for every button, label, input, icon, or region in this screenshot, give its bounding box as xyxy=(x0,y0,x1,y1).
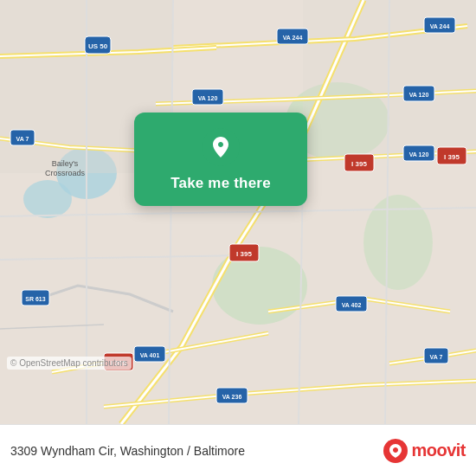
svg-text:VA 402: VA 402 xyxy=(342,302,362,308)
svg-text:VA 120: VA 120 xyxy=(409,151,429,158)
svg-text:VA 120: VA 120 xyxy=(409,92,429,98)
map-container: US 50 VA 7 VA 244 VA 244 VA 120 VA 120 V… xyxy=(0,0,476,424)
address-text: 3309 Wyndham Cir, Washington / Baltimore xyxy=(10,444,375,458)
location-card: Take me there xyxy=(134,113,307,206)
svg-text:VA 120: VA 120 xyxy=(198,95,218,101)
svg-text:VA 7: VA 7 xyxy=(430,354,443,360)
svg-text:VA 401: VA 401 xyxy=(140,352,160,358)
svg-point-44 xyxy=(383,439,408,463)
svg-text:SR 613: SR 613 xyxy=(25,296,45,302)
svg-text:VA 244: VA 244 xyxy=(283,35,303,41)
svg-text:I 395: I 395 xyxy=(351,160,367,168)
copyright-text: © OpenStreetMap contributors xyxy=(7,357,132,370)
svg-text:VA 236: VA 236 xyxy=(222,394,242,400)
take-me-there-button[interactable]: Take me there xyxy=(170,175,271,192)
svg-point-5 xyxy=(23,180,72,218)
bottom-bar: 3309 Wyndham Cir, Washington / Baltimore… xyxy=(0,424,476,476)
location-pin-icon xyxy=(202,128,240,166)
moovit-logo: moovit xyxy=(383,439,466,463)
svg-text:VA 244: VA 244 xyxy=(430,23,450,29)
svg-text:I 395: I 395 xyxy=(236,250,252,258)
moovit-pin-icon xyxy=(383,439,408,463)
svg-text:I 395: I 395 xyxy=(444,153,460,161)
svg-text:VA 7: VA 7 xyxy=(16,136,29,142)
moovit-brand-text: moovit xyxy=(411,441,466,460)
svg-text:US 50: US 50 xyxy=(88,42,108,50)
svg-text:Bailey's: Bailey's xyxy=(52,159,79,168)
svg-text:Crossroads: Crossroads xyxy=(45,169,86,177)
